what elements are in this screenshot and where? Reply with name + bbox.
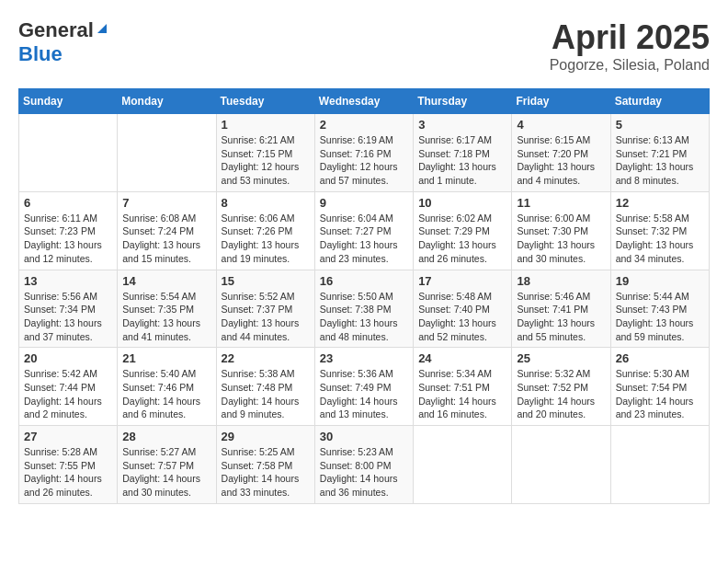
calendar-cell: 29Sunrise: 5:25 AMSunset: 7:58 PMDayligh… <box>216 426 314 504</box>
cell-day-number: 20 <box>24 351 112 365</box>
cell-day-info: Sunrise: 5:56 AMSunset: 7:34 PMDaylight:… <box>24 290 112 344</box>
calendar-cell: 9Sunrise: 6:04 AMSunset: 7:27 PMDaylight… <box>314 191 413 270</box>
cell-day-number: 29 <box>222 430 310 443</box>
cell-day-number: 25 <box>517 351 605 365</box>
calendar-cell: 26Sunrise: 5:30 AMSunset: 7:54 PMDayligh… <box>610 348 709 426</box>
cell-day-number: 11 <box>517 196 605 210</box>
calendar-week-4: 20Sunrise: 5:42 AMSunset: 7:44 PMDayligh… <box>19 348 710 426</box>
cell-day-number: 17 <box>418 274 506 288</box>
calendar-cell: 2Sunrise: 6:19 AMSunset: 7:16 PMDaylight… <box>314 114 413 192</box>
calendar-cell: 27Sunrise: 5:28 AMSunset: 7:55 PMDayligh… <box>19 426 118 504</box>
cell-day-info: Sunrise: 6:06 AMSunset: 7:26 PMDaylight:… <box>222 212 310 266</box>
calendar-cell: 14Sunrise: 5:54 AMSunset: 7:35 PMDayligh… <box>118 270 216 348</box>
calendar-header-row: Sunday Monday Tuesday Wednesday Thursday… <box>19 89 710 114</box>
cell-day-info: Sunrise: 5:50 AMSunset: 7:38 PMDaylight:… <box>320 290 408 344</box>
calendar-subtitle: Pogorze, Silesia, Poland <box>550 57 710 74</box>
cell-day-number: 7 <box>122 196 210 210</box>
calendar-title: April 2025 <box>550 18 710 57</box>
cell-day-info: Sunrise: 5:58 AMSunset: 7:32 PMDaylight:… <box>616 212 704 266</box>
cell-day-info: Sunrise: 6:13 AMSunset: 7:21 PMDaylight:… <box>616 133 704 188</box>
cell-day-number: 2 <box>320 118 408 132</box>
calendar-cell: 8Sunrise: 6:06 AMSunset: 7:26 PMDaylight… <box>216 191 314 270</box>
cell-day-info: Sunrise: 5:36 AMSunset: 7:49 PMDaylight:… <box>320 367 408 421</box>
calendar-cell: 20Sunrise: 5:42 AMSunset: 7:44 PMDayligh… <box>19 348 118 426</box>
page-header: General Blue April 2025 Pogorze, Silesia… <box>18 18 710 74</box>
col-tuesday: Tuesday <box>216 89 314 114</box>
calendar-cell <box>610 426 709 504</box>
calendar-cell: 4Sunrise: 6:15 AMSunset: 7:20 PMDaylight… <box>512 114 610 192</box>
calendar-cell <box>19 114 118 192</box>
cell-day-number: 27 <box>24 430 112 443</box>
cell-day-number: 24 <box>418 351 506 365</box>
calendar-week-5: 27Sunrise: 5:28 AMSunset: 7:55 PMDayligh… <box>19 426 710 504</box>
cell-day-info: Sunrise: 5:28 AMSunset: 7:55 PMDaylight:… <box>24 445 112 500</box>
col-monday: Monday <box>118 89 216 114</box>
cell-day-info: Sunrise: 5:42 AMSunset: 7:44 PMDaylight:… <box>24 367 112 421</box>
cell-day-number: 15 <box>222 274 310 288</box>
calendar-cell: 10Sunrise: 6:02 AMSunset: 7:29 PMDayligh… <box>414 191 512 270</box>
cell-day-number: 1 <box>222 118 310 132</box>
calendar-cell: 1Sunrise: 6:21 AMSunset: 7:15 PMDaylight… <box>216 114 314 192</box>
cell-day-info: Sunrise: 5:30 AMSunset: 7:54 PMDaylight:… <box>616 367 704 421</box>
cell-day-info: Sunrise: 5:32 AMSunset: 7:52 PMDaylight:… <box>517 367 605 421</box>
cell-day-info: Sunrise: 6:17 AMSunset: 7:18 PMDaylight:… <box>418 133 506 188</box>
cell-day-info: Sunrise: 5:25 AMSunset: 7:58 PMDaylight:… <box>222 445 310 500</box>
cell-day-info: Sunrise: 5:34 AMSunset: 7:51 PMDaylight:… <box>418 367 506 421</box>
cell-day-info: Sunrise: 6:21 AMSunset: 7:15 PMDaylight:… <box>222 133 310 188</box>
cell-day-number: 5 <box>616 118 704 132</box>
col-thursday: Thursday <box>414 89 512 114</box>
logo: General Blue <box>18 18 108 66</box>
cell-day-info: Sunrise: 5:46 AMSunset: 7:41 PMDaylight:… <box>517 290 605 344</box>
cell-day-info: Sunrise: 6:04 AMSunset: 7:27 PMDaylight:… <box>320 212 408 266</box>
cell-day-info: Sunrise: 5:38 AMSunset: 7:48 PMDaylight:… <box>222 367 310 421</box>
cell-day-info: Sunrise: 6:15 AMSunset: 7:20 PMDaylight:… <box>517 133 605 188</box>
cell-day-number: 22 <box>222 351 310 365</box>
calendar-cell: 11Sunrise: 6:00 AMSunset: 7:30 PMDayligh… <box>512 191 610 270</box>
calendar-cell: 28Sunrise: 5:27 AMSunset: 7:57 PMDayligh… <box>118 426 216 504</box>
calendar-cell: 15Sunrise: 5:52 AMSunset: 7:37 PMDayligh… <box>216 270 314 348</box>
calendar-cell <box>118 114 216 192</box>
logo-triangle-icon <box>96 22 108 39</box>
calendar-cell: 13Sunrise: 5:56 AMSunset: 7:34 PMDayligh… <box>19 270 118 348</box>
cell-day-info: Sunrise: 6:02 AMSunset: 7:29 PMDaylight:… <box>418 212 506 266</box>
svg-marker-0 <box>97 24 107 33</box>
cell-day-info: Sunrise: 5:23 AMSunset: 8:00 PMDaylight:… <box>320 445 408 500</box>
calendar-table: Sunday Monday Tuesday Wednesday Thursday… <box>18 88 710 504</box>
col-friday: Friday <box>512 89 610 114</box>
calendar-cell <box>512 426 610 504</box>
cell-day-number: 30 <box>320 430 408 443</box>
cell-day-info: Sunrise: 5:44 AMSunset: 7:43 PMDaylight:… <box>616 290 704 344</box>
cell-day-number: 18 <box>517 274 605 288</box>
col-sunday: Sunday <box>19 89 118 114</box>
cell-day-number: 3 <box>418 118 506 132</box>
calendar-cell: 21Sunrise: 5:40 AMSunset: 7:46 PMDayligh… <box>118 348 216 426</box>
calendar-cell: 17Sunrise: 5:48 AMSunset: 7:40 PMDayligh… <box>414 270 512 348</box>
calendar-week-1: 1Sunrise: 6:21 AMSunset: 7:15 PMDaylight… <box>19 114 710 192</box>
calendar-title-area: April 2025 Pogorze, Silesia, Poland <box>550 18 710 74</box>
calendar-cell: 23Sunrise: 5:36 AMSunset: 7:49 PMDayligh… <box>314 348 413 426</box>
cell-day-info: Sunrise: 5:48 AMSunset: 7:40 PMDaylight:… <box>418 290 506 344</box>
cell-day-info: Sunrise: 6:19 AMSunset: 7:16 PMDaylight:… <box>320 133 408 188</box>
cell-day-info: Sunrise: 5:54 AMSunset: 7:35 PMDaylight:… <box>122 290 210 344</box>
calendar-cell: 6Sunrise: 6:11 AMSunset: 7:23 PMDaylight… <box>19 191 118 270</box>
cell-day-info: Sunrise: 5:52 AMSunset: 7:37 PMDaylight:… <box>222 290 310 344</box>
cell-day-number: 6 <box>24 196 112 210</box>
cell-day-info: Sunrise: 6:00 AMSunset: 7:30 PMDaylight:… <box>517 212 605 266</box>
calendar-cell: 5Sunrise: 6:13 AMSunset: 7:21 PMDaylight… <box>610 114 709 192</box>
calendar-cell: 30Sunrise: 5:23 AMSunset: 8:00 PMDayligh… <box>314 426 413 504</box>
calendar-week-3: 13Sunrise: 5:56 AMSunset: 7:34 PMDayligh… <box>19 270 710 348</box>
cell-day-info: Sunrise: 5:27 AMSunset: 7:57 PMDaylight:… <box>122 445 210 500</box>
calendar-week-2: 6Sunrise: 6:11 AMSunset: 7:23 PMDaylight… <box>19 191 710 270</box>
cell-day-number: 13 <box>24 274 112 288</box>
cell-day-number: 12 <box>616 196 704 210</box>
calendar-cell <box>414 426 512 504</box>
calendar-cell: 19Sunrise: 5:44 AMSunset: 7:43 PMDayligh… <box>610 270 709 348</box>
cell-day-info: Sunrise: 6:08 AMSunset: 7:24 PMDaylight:… <box>122 212 210 266</box>
col-wednesday: Wednesday <box>314 89 413 114</box>
cell-day-number: 23 <box>320 351 408 365</box>
cell-day-number: 8 <box>222 196 310 210</box>
logo-general-text: General <box>18 18 94 42</box>
calendar-cell: 3Sunrise: 6:17 AMSunset: 7:18 PMDaylight… <box>414 114 512 192</box>
calendar-cell: 16Sunrise: 5:50 AMSunset: 7:38 PMDayligh… <box>314 270 413 348</box>
cell-day-number: 19 <box>616 274 704 288</box>
